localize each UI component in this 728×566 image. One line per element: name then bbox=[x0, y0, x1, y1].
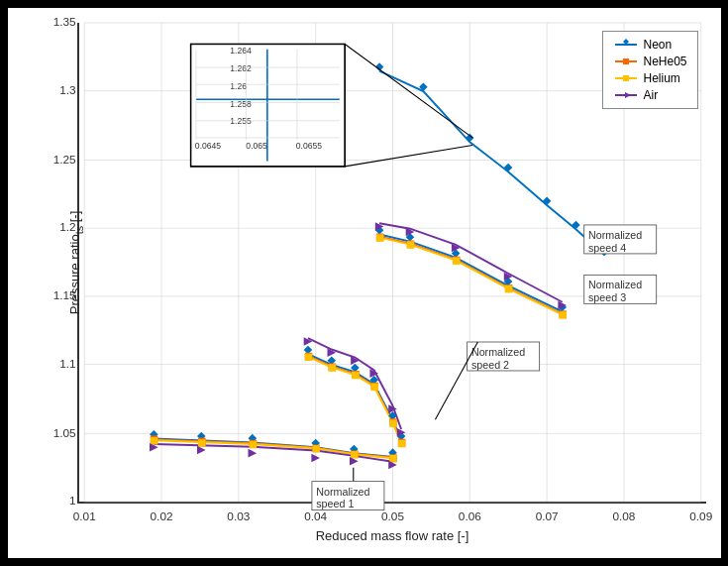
svg-rect-22 bbox=[623, 75, 629, 81]
annotation-speed1-text: Normalized bbox=[316, 486, 369, 498]
x-tick-007: 0.07 bbox=[535, 509, 558, 523]
annotation-speed2-text2: speed 2 bbox=[470, 359, 508, 371]
inset-x-label: 0.0645 bbox=[194, 141, 220, 151]
helium-marker bbox=[559, 311, 567, 319]
legend-neon-icon bbox=[613, 39, 639, 51]
svg-marker-24 bbox=[625, 92, 631, 98]
helium-marker bbox=[352, 372, 360, 380]
legend-air-label: Air bbox=[643, 88, 658, 102]
legend-nehe05-icon bbox=[613, 56, 639, 67]
neon-marker bbox=[466, 134, 474, 143]
legend-item-nehe05: NeHe05 bbox=[613, 55, 686, 68]
legend-nehe05-label: NeHe05 bbox=[643, 55, 686, 68]
helium-marker bbox=[389, 419, 397, 427]
legend-helium-label: Helium bbox=[643, 71, 679, 85]
annotation-speed1-text2: speed 1 bbox=[316, 498, 354, 509]
helium-marker bbox=[370, 384, 378, 392]
inset-y-label: 1.264 bbox=[230, 46, 252, 56]
annotation-speed2-text: Normalized bbox=[470, 346, 524, 358]
legend-item-neon: Neon bbox=[613, 38, 686, 52]
annotation-speed3-text: Normalized bbox=[587, 279, 641, 290]
inset-x-label: 0.065 bbox=[246, 141, 267, 151]
helium-marker bbox=[375, 234, 383, 242]
inset-leader-line bbox=[345, 145, 472, 166]
x-tick-005: 0.05 bbox=[381, 509, 404, 523]
inset-x-label: 0.0655 bbox=[295, 141, 321, 151]
x-tick-006: 0.06 bbox=[458, 509, 480, 523]
helium-marker bbox=[198, 439, 206, 447]
legend-air-icon bbox=[613, 89, 639, 101]
neon-speed4-line bbox=[379, 71, 605, 256]
helium-marker bbox=[406, 241, 414, 249]
y-tick-125: 1.25 bbox=[52, 153, 75, 167]
y-tick-135: 1.35 bbox=[52, 15, 75, 29]
air-marker bbox=[197, 446, 206, 455]
helium-marker bbox=[249, 441, 257, 449]
helium-marker bbox=[504, 285, 512, 293]
annotation-speed4-text: Normalized bbox=[587, 229, 641, 241]
helium-marker bbox=[452, 257, 460, 265]
inset-y-label: 1.258 bbox=[230, 99, 252, 109]
chart-area: 1 1.05 1.1 1.15 1.2 1.25 1.3 1.35 0.01 0… bbox=[77, 23, 706, 504]
neon-marker bbox=[542, 196, 551, 205]
chart-container: 1 1.05 1.1 1.15 1.2 1.25 1.3 1.35 0.01 0… bbox=[8, 8, 721, 558]
legend-item-air: Air bbox=[613, 88, 686, 102]
annotation-speed3-text2: speed 3 bbox=[587, 291, 625, 303]
y-tick-13: 1.3 bbox=[59, 83, 76, 97]
helium-marker bbox=[328, 364, 336, 372]
inset-y-label: 1.26 bbox=[230, 81, 247, 91]
svg-rect-20 bbox=[623, 58, 629, 64]
helium-speed3-line bbox=[379, 238, 563, 315]
air-speed2-line bbox=[307, 338, 400, 429]
helium-marker bbox=[150, 437, 157, 445]
helium-marker bbox=[397, 440, 405, 448]
helium-marker bbox=[389, 455, 397, 463]
helium-marker bbox=[351, 451, 359, 459]
y-tick-11: 1.1 bbox=[59, 357, 75, 371]
y-tick-105: 1.05 bbox=[52, 426, 75, 440]
helium-marker bbox=[304, 354, 312, 362]
chart-legend: Neon NeHe05 Helium bbox=[602, 31, 697, 109]
x-tick-009: 0.09 bbox=[689, 509, 712, 523]
speed2-leader bbox=[435, 342, 477, 419]
x-axis-label: Reduced mass flow rate [-] bbox=[316, 528, 469, 543]
legend-neon-label: Neon bbox=[643, 38, 672, 52]
x-tick-001: 0.01 bbox=[72, 509, 95, 523]
x-tick-003: 0.03 bbox=[227, 509, 250, 523]
legend-item-helium: Helium bbox=[613, 71, 686, 85]
legend-helium-icon bbox=[613, 72, 639, 84]
y-tick-1: 1 bbox=[69, 494, 76, 508]
x-tick-004: 0.04 bbox=[304, 509, 327, 523]
annotation-speed4-text2: speed 4 bbox=[587, 242, 625, 254]
y-axis-label: Pressure ratiots [-] bbox=[67, 210, 85, 314]
x-tick-002: 0.02 bbox=[150, 509, 172, 523]
inset-y-label: 1.262 bbox=[230, 63, 252, 73]
air-marker bbox=[248, 449, 257, 458]
x-tick-008: 0.08 bbox=[612, 509, 635, 523]
helium-marker bbox=[312, 445, 320, 453]
